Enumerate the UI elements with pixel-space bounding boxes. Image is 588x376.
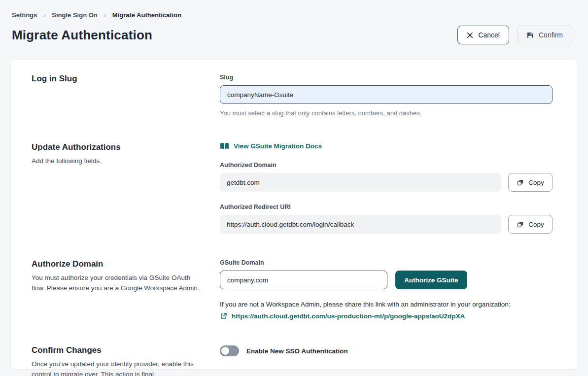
- save-icon: [526, 32, 534, 39]
- slug-helper-text: You must select a slug that only contain…: [220, 109, 553, 117]
- authorize-gsuite-button[interactable]: Authorize GSuite: [395, 271, 467, 289]
- authorized-redirect-uri-label: Authorized Redirect URI: [220, 204, 553, 210]
- chevron-right-icon: ›: [104, 12, 106, 19]
- cancel-button-label: Cancel: [478, 31, 500, 39]
- workspace-admin-note: If you are not a Workspace Admin, please…: [220, 301, 553, 308]
- copy-redirect-uri-button[interactable]: Copy: [508, 215, 553, 234]
- login-slug-heading: Log in Slug: [32, 74, 220, 84]
- settings-card: Log in Slug Slug You must select a slug …: [11, 60, 577, 369]
- breadcrumb-settings[interactable]: Settings: [12, 11, 37, 19]
- gsuite-migration-docs-label: View GSuite Migration Docs: [234, 142, 322, 150]
- gsuite-migration-docs-link[interactable]: View GSuite Migration Docs: [220, 142, 322, 150]
- enable-sso-toggle-label: Enable New SSO Authentication: [246, 347, 348, 355]
- authorized-redirect-uri-value: https://auth.cloud.getdbt.com/login/call…: [220, 215, 501, 234]
- section-login-slug: Log in Slug Slug You must select a slug …: [32, 74, 553, 117]
- breadcrumb-migrate-authentication: Migrate Authentication: [112, 11, 181, 19]
- chevron-right-icon: ›: [43, 12, 45, 19]
- copy-button-label: Copy: [528, 221, 544, 228]
- update-authorizations-description: Add the following fields.: [32, 156, 202, 167]
- copy-icon: [517, 221, 524, 228]
- page-title: Migrate Authentication: [12, 28, 152, 43]
- slug-input[interactable]: [220, 85, 553, 104]
- breadcrumb: Settings › Single Sign On › Migrate Auth…: [0, 0, 588, 19]
- admin-share-link[interactable]: https://auth.cloud.getdbt.com/us-product…: [220, 312, 553, 320]
- confirm-button-label: Confirm: [539, 31, 563, 39]
- cancel-button[interactable]: Cancel: [457, 26, 509, 44]
- admin-share-link-text: https://auth.cloud.getdbt.com/us-product…: [232, 312, 465, 320]
- gsuite-domain-input[interactable]: [220, 271, 387, 289]
- section-update-authorizations: Update Authorizations Add the following …: [32, 142, 553, 234]
- authorized-domain-label: Authorized Domain: [220, 162, 553, 169]
- section-authorize-domain: Authorize Domain You must authorize your…: [32, 259, 553, 320]
- section-confirm-changes: Confirm Changes Once you’ve updated your…: [32, 345, 553, 376]
- copy-authorized-domain-button[interactable]: Copy: [508, 173, 553, 192]
- authorize-domain-heading: Authorize Domain: [32, 259, 220, 269]
- update-authorizations-heading: Update Authorizations: [32, 142, 220, 152]
- confirm-changes-description: Once you’ve updated your identity provid…: [32, 359, 202, 376]
- external-link-icon: [220, 312, 227, 320]
- copy-icon: [517, 179, 524, 186]
- authorize-domain-description: You must authorize your credentials via …: [32, 273, 202, 294]
- authorized-domain-value: getdbt.com: [220, 173, 501, 192]
- copy-button-label: Copy: [528, 179, 544, 186]
- close-icon: [467, 32, 473, 38]
- slug-label: Slug: [220, 74, 553, 81]
- enable-sso-toggle[interactable]: [220, 345, 239, 356]
- book-icon: [220, 142, 229, 150]
- header-actions: Cancel Confirm: [457, 26, 572, 44]
- confirm-button[interactable]: Confirm: [517, 26, 572, 44]
- confirm-changes-heading: Confirm Changes: [32, 345, 220, 355]
- page-header: Migrate Authentication Cancel Confirm: [0, 19, 588, 44]
- breadcrumb-single-sign-on[interactable]: Single Sign On: [52, 11, 97, 19]
- toggle-knob: [221, 347, 229, 355]
- gsuite-domain-label: GSuite Domain: [220, 259, 553, 266]
